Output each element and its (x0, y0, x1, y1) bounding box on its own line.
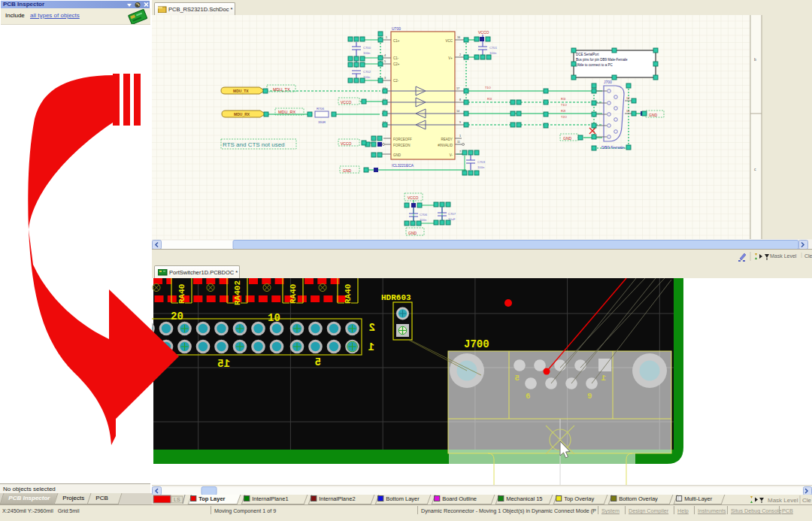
svg-text:HDR603: HDR603 (381, 293, 411, 302)
svg-text:100n: 100n (489, 51, 497, 55)
svg-text:DCE SerialPort: DCE SerialPort (576, 53, 599, 56)
svg-text:DB9 Female: DB9 Female (601, 145, 625, 150)
svg-text:J700: J700 (464, 338, 489, 350)
svg-text:1: 1 (368, 341, 374, 353)
svg-text:6: 6 (526, 392, 531, 401)
svg-text:17: 17 (456, 87, 459, 90)
svg-text:GND: GND (649, 113, 658, 117)
svg-text:5: 5 (514, 374, 520, 383)
svg-text:MDU_TX: MDU_TX (273, 87, 290, 92)
svg-text:FORCEON: FORCEON (393, 144, 411, 147)
svg-text:C707: C707 (448, 212, 456, 216)
svg-text:390R: 390R (318, 120, 326, 124)
svg-text:GND: GND (343, 168, 352, 173)
svg-text:14: 14 (626, 109, 630, 113)
svg-text:C706: C706 (420, 213, 428, 217)
svg-text:T1O: T1O (561, 103, 567, 107)
svg-text:VCCO: VCCO (478, 30, 489, 35)
svg-text:12: 12 (626, 96, 630, 100)
svg-text:Mask Level: Mask Level (768, 497, 798, 504)
svg-text:GND: GND (393, 153, 401, 157)
svg-text:RA40: RA40 (344, 284, 353, 304)
svg-text:GND: GND (563, 136, 572, 141)
svg-text:11: 11 (457, 141, 460, 144)
svg-text:VCCO: VCCO (341, 100, 352, 105)
svg-text:100n: 100n (363, 51, 371, 55)
svg-text:VCC: VCC (445, 39, 453, 43)
svg-text:10: 10 (268, 312, 280, 324)
svg-text:Bus pins for pin DB9 Male-Fema: Bus pins for pin DB9 Male-Female (576, 58, 628, 62)
svg-text:C701: C701 (489, 46, 498, 50)
svg-text:MDU_RX: MDU_RX (278, 110, 296, 114)
svg-text:1: 1 (601, 374, 606, 383)
svg-text:14: 14 (456, 110, 459, 113)
svg-text:C702: C702 (363, 70, 371, 74)
svg-text:#INVALID: #INVALID (438, 144, 453, 147)
svg-text:3: 3 (384, 77, 386, 80)
svg-text:9: 9 (459, 121, 461, 124)
svg-text:C700: C700 (363, 46, 371, 50)
svg-text:T2O: T2O (561, 115, 567, 119)
svg-text:RA402: RA402 (233, 280, 242, 305)
svg-text:RA40: RA40 (289, 284, 298, 304)
svg-text:b: b (754, 57, 756, 62)
svg-text:8: 8 (459, 98, 461, 101)
svg-text:R2I: R2I (561, 109, 565, 113)
svg-text:VCCO: VCCO (408, 195, 419, 200)
svg-text:READY: READY (441, 138, 453, 141)
svg-text:2: 2 (369, 322, 375, 334)
svg-text:1: 1 (459, 135, 461, 138)
svg-text:J700: J700 (604, 80, 612, 84)
svg-text:2: 2 (459, 53, 461, 56)
svg-text:C2+: C2+ (393, 62, 400, 66)
svg-text:7: 7 (459, 150, 461, 153)
svg-text:R706: R706 (317, 107, 325, 111)
svg-text:5: 5 (315, 356, 321, 368)
svg-text:RTS and CTS not used: RTS and CTS not used (223, 141, 285, 148)
svg-text:9: 9 (587, 392, 592, 401)
svg-text:100n: 100n (477, 165, 485, 169)
svg-text:VCCO: VCCO (341, 141, 352, 146)
svg-text:1: 1 (386, 36, 387, 39)
svg-text:(Able to connect to a PC: (Able to connect to a PC (576, 63, 614, 67)
svg-text:LS: LS (174, 497, 180, 502)
svg-text:C1+: C1+ (393, 39, 400, 43)
svg-text:15: 15 (217, 358, 230, 370)
svg-text:Cle: Cle (802, 497, 812, 504)
svg-text:MDU_TX: MDU_TX (233, 89, 249, 93)
svg-text:ICL3221ECA: ICL3221ECA (392, 163, 414, 168)
svg-text:5: 5 (384, 60, 386, 63)
svg-text:16: 16 (457, 36, 460, 39)
svg-text:R1I: R1I (487, 97, 492, 101)
svg-text:FORCEOFF: FORCEOFF (393, 138, 412, 141)
svg-text:V-: V- (450, 153, 453, 157)
svg-text:MDU_RX: MDU_RX (234, 112, 250, 117)
svg-text:C1-: C1- (393, 56, 399, 60)
svg-text:U700: U700 (392, 26, 401, 31)
svg-text:C2-: C2- (393, 79, 399, 83)
svg-text:T1O: T1O (485, 86, 491, 89)
svg-text:GND: GND (408, 231, 417, 235)
svg-text:C703: C703 (477, 160, 486, 164)
svg-text:V+: V+ (448, 56, 453, 60)
svg-text:R1I: R1I (561, 97, 565, 101)
svg-text:4: 4 (384, 54, 386, 57)
